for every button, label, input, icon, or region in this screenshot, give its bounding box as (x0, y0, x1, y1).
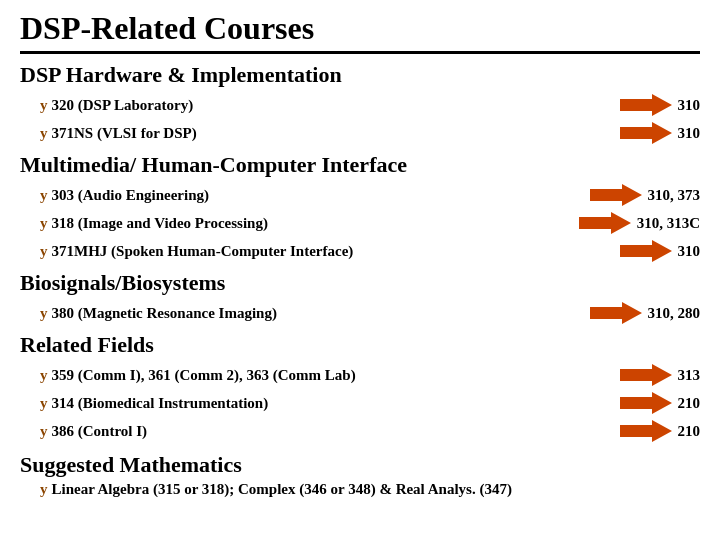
prereq-arrow (620, 418, 672, 444)
svg-marker-1 (620, 122, 672, 144)
svg-marker-0 (620, 94, 672, 116)
course-text: 380 (Magnetic Resonance Imaging) (52, 305, 277, 322)
course-row: y380 (Magnetic Resonance Imaging) 310, 2… (40, 300, 700, 326)
svg-marker-3 (579, 212, 631, 234)
page-title: DSP-Related Courses (20, 10, 700, 47)
prereq-arrow (590, 182, 642, 208)
prereq-text: 310 (678, 243, 701, 260)
prereq-text: 310, 373 (648, 187, 701, 204)
prereq-arrow (620, 362, 672, 388)
course-text: 314 (Biomedical Instrumentation) (52, 395, 269, 412)
course-text: 371MHJ (Spoken Human-Computer Interface) (52, 243, 354, 260)
prereq-text: 310, 280 (648, 305, 701, 322)
suggested-row: yLinear Algebra (315 or 318); Complex (3… (40, 480, 700, 498)
prereq-text: 310 (678, 97, 701, 114)
suggested-text: Linear Algebra (315 or 318); Complex (34… (52, 481, 512, 497)
section-heading-0: DSP Hardware & Implementation (20, 62, 700, 88)
bullet-icon: y (40, 423, 48, 440)
svg-marker-6 (620, 364, 672, 386)
prereq-arrow (579, 210, 631, 236)
divider (20, 51, 700, 54)
course-row: y359 (Comm I), 361 (Comm 2), 363 (Comm L… (40, 362, 700, 388)
bullet-icon: y (40, 395, 48, 412)
course-row: y314 (Biomedical Instrumentation) 210 (40, 390, 700, 416)
section-heading-1: Multimedia/ Human-Computer Interface (20, 152, 700, 178)
prereq-arrow (620, 390, 672, 416)
bullet-icon: y (40, 367, 48, 384)
course-row: y371MHJ (Spoken Human-Computer Interface… (40, 238, 700, 264)
section-heading-2: Biosignals/Biosystems (20, 270, 700, 296)
bullet-icon: y (40, 481, 48, 497)
bullet-icon: y (40, 305, 48, 322)
prereq-text: 310, 313C (637, 215, 700, 232)
svg-marker-7 (620, 392, 672, 414)
prereq-text: 313 (678, 367, 701, 384)
content-area: DSP Hardware & Implementationy320 (DSP L… (20, 62, 700, 498)
bullet-icon: y (40, 243, 48, 260)
svg-marker-2 (590, 184, 642, 206)
course-row: y386 (Control I) 210 (40, 418, 700, 444)
bullet-icon: y (40, 125, 48, 142)
course-row: y303 (Audio Engineering) 310, 373 (40, 182, 700, 208)
prereq-arrow (620, 92, 672, 118)
prereq-text: 210 (678, 423, 701, 440)
course-text: 320 (DSP Laboratory) (52, 97, 194, 114)
svg-marker-5 (590, 302, 642, 324)
prereq-arrow (620, 120, 672, 146)
prereq-arrow (620, 238, 672, 264)
bullet-icon: y (40, 187, 48, 204)
suggested-heading: Suggested Mathematics (20, 452, 700, 478)
course-row: y318 (Image and Video Processing) 310, 3… (40, 210, 700, 236)
svg-marker-8 (620, 420, 672, 442)
prereq-text: 210 (678, 395, 701, 412)
bullet-icon: y (40, 215, 48, 232)
course-row: y371NS (VLSI for DSP) 310 (40, 120, 700, 146)
section-heading-3: Related Fields (20, 332, 700, 358)
course-text: 386 (Control I) (52, 423, 148, 440)
svg-marker-4 (620, 240, 672, 262)
course-row: y320 (DSP Laboratory) 310 (40, 92, 700, 118)
course-text: 303 (Audio Engineering) (52, 187, 210, 204)
course-text: 371NS (VLSI for DSP) (52, 125, 197, 142)
course-text: 318 (Image and Video Processing) (52, 215, 268, 232)
prereq-arrow (590, 300, 642, 326)
prereq-text: 310 (678, 125, 701, 142)
course-text: 359 (Comm I), 361 (Comm 2), 363 (Comm La… (52, 367, 356, 384)
bullet-icon: y (40, 97, 48, 114)
